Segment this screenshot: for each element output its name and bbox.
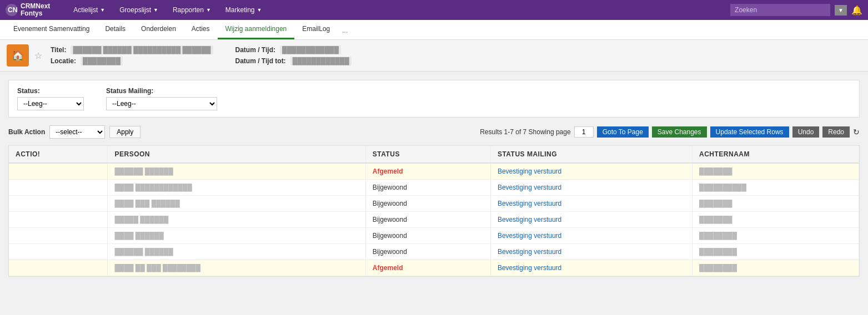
status-filter-select[interactable]: --Leeg-- Afgemeld Bijgewoond Aangemeld: [17, 97, 84, 110]
nav-items: Actielijst ▼ Groepslijst ▼ Rapporten ▼ M…: [67, 2, 730, 18]
td-actio: [9, 196, 108, 212]
results-text: Results 1-7 of 7 Showing page: [480, 128, 570, 136]
td-status: Bijgewoond: [365, 180, 490, 196]
table-body: ██████ ██████ Afgemeld Bevestiging verst…: [9, 163, 859, 276]
event-datum-row: Datum / Tijd: ████████████: [235, 45, 352, 54]
main-content: Status: --Leeg-- Afgemeld Bijgewoond Aan…: [0, 72, 868, 285]
search-dropdown-button[interactable]: ▼: [835, 5, 847, 16]
td-actio: [9, 212, 108, 228]
table-row[interactable]: ████ ██████ Bijgewoond Bevestiging verst…: [9, 228, 859, 244]
td-status: Afgemeld: [365, 163, 490, 180]
event-datum-tot-row: Datum / Tijd tot: ████████████: [235, 57, 352, 65]
td-status-mailing: Bevestiging verstuurd: [490, 196, 692, 212]
event-date-field: Datum / Tijd: ████████████ Datum / Tijd …: [235, 45, 352, 65]
chevron-down-icon: ▼: [257, 7, 262, 13]
chevron-down-icon: ▼: [153, 7, 158, 13]
td-achternaam: ███████: [692, 196, 859, 212]
page-number-input[interactable]: [574, 126, 594, 138]
top-navigation: CN CRMNext Fontys Actielijst ▼ Groepslij…: [0, 0, 868, 20]
bulk-action-select[interactable]: --select-- Delete Update: [49, 125, 105, 139]
event-details: Titel: ██████ ██████ ██████████ ██████ L…: [51, 45, 352, 65]
td-persoon: ████ ██████: [108, 228, 365, 244]
registrations-table: ACTIO! PERSOON STATUS STATUS MAILING ACH…: [9, 146, 859, 276]
td-status: Bijgewoond: [365, 228, 490, 244]
registrations-table-container: ACTIO! PERSOON STATUS STATUS MAILING ACH…: [8, 145, 860, 277]
event-icon: 🏠: [7, 44, 29, 67]
td-persoon: ████ ██ ███ ████████: [108, 260, 365, 276]
td-actio: [9, 260, 108, 276]
logo-icon: CN: [6, 4, 18, 16]
table-row[interactable]: █████ ██████ Bijgewoond Bevestiging vers…: [9, 212, 859, 228]
toolbar-row: Bulk Action --select-- Delete Update App…: [8, 123, 860, 141]
td-status-mailing: Bevestiging verstuurd: [490, 260, 692, 276]
tab-more[interactable]: ...: [338, 23, 352, 37]
event-header: 🏠 ☆ Titel: ██████ ██████ ██████████ ████…: [0, 40, 868, 72]
nav-marketing[interactable]: Marketing ▼: [219, 2, 269, 18]
td-status-mailing: Bevestiging verstuurd: [490, 163, 692, 180]
td-status: Bijgewoond: [365, 212, 490, 228]
table-row[interactable]: ██████ ██████ Bijgewoond Bevestiging ver…: [9, 244, 859, 260]
update-selected-rows-button[interactable]: Update Selected Rows: [710, 126, 789, 138]
col-header-achternaam: ACHTERNAAM: [692, 146, 859, 163]
td-persoon: ██████ ██████: [108, 163, 365, 180]
redo-button[interactable]: Redo: [822, 126, 850, 138]
toolbar-right: Results 1-7 of 7 Showing page Goto To Pa…: [480, 126, 860, 138]
nav-actielijst[interactable]: Actielijst ▼: [67, 2, 112, 18]
status-filter-group: Status: --Leeg-- Afgemeld Bijgewoond Aan…: [17, 87, 84, 110]
tab-acties[interactable]: Acties: [184, 20, 218, 39]
td-status-mailing: Bevestiging verstuurd: [490, 212, 692, 228]
chevron-down-icon: ▼: [100, 7, 105, 13]
search-input[interactable]: [730, 4, 830, 16]
table-row[interactable]: ████ ███ ██████ Bijgewoond Bevestiging v…: [9, 196, 859, 212]
undo-button[interactable]: Undo: [792, 126, 820, 138]
logo-text: CRMNext Fontys: [21, 3, 50, 17]
nav-rapporten[interactable]: Rapporten ▼: [166, 2, 218, 18]
toolbar-left: Bulk Action --select-- Delete Update App…: [8, 125, 141, 139]
td-achternaam: ██████████: [692, 180, 859, 196]
td-status: Bijgewoond: [365, 244, 490, 260]
td-achternaam: ███████: [692, 212, 859, 228]
col-header-status-mailing: STATUS MAILING: [490, 146, 692, 163]
td-achternaam: ████████: [692, 260, 859, 276]
event-locatie-row: Locatie: ████████: [51, 57, 213, 65]
save-changes-button[interactable]: Save Changes: [652, 126, 707, 138]
goto-page-button[interactable]: Goto To Page: [597, 126, 649, 138]
apply-button[interactable]: Apply: [109, 126, 141, 138]
refresh-icon[interactable]: ↻: [853, 128, 860, 136]
logo[interactable]: CN CRMNext Fontys: [6, 3, 50, 17]
td-status-mailing: Bevestiging verstuurd: [490, 228, 692, 244]
filter-row: Status: --Leeg-- Afgemeld Bijgewoond Aan…: [8, 80, 860, 118]
sub-navigation: Evenement Samenvatting Details Onderdele…: [0, 20, 868, 40]
search-area: ▼ 🔔: [730, 4, 862, 16]
bell-icon[interactable]: 🔔: [851, 5, 862, 16]
status-mailing-filter-group: Status Mailing: --Leeg-- Bevestiging ver…: [106, 87, 217, 110]
nav-groepslijst[interactable]: Groepslijst ▼: [113, 2, 165, 18]
table-row[interactable]: ████ ██ ███ ████████ Afgemeld Bevestigin…: [9, 260, 859, 276]
table-row[interactable]: ████ ████████████ Bijgewoond Bevestiging…: [9, 180, 859, 196]
star-icon[interactable]: ☆: [34, 50, 42, 61]
td-actio: [9, 228, 108, 244]
status-mailing-filter-label: Status Mailing:: [106, 87, 217, 95]
tab-onderdelen[interactable]: Onderdelen: [133, 20, 184, 39]
tab-wijzig-aanmeldingen[interactable]: Wijzig aanmeldingen: [218, 20, 295, 39]
event-title-field: Titel: ██████ ██████ ██████████ ██████ L…: [51, 45, 213, 65]
td-actio: [9, 180, 108, 196]
chevron-down-icon: ▼: [206, 7, 211, 13]
event-title-row: Titel: ██████ ██████ ██████████ ██████: [51, 45, 213, 54]
td-status: Bijgewoond: [365, 196, 490, 212]
tab-evenement-samenvatting[interactable]: Evenement Samenvatting: [6, 20, 97, 39]
status-mailing-filter-select[interactable]: --Leeg-- Bevestiging verstuurd Niet vers…: [106, 97, 217, 110]
td-persoon: █████ ██████: [108, 212, 365, 228]
td-achternaam: ████████: [692, 244, 859, 260]
td-achternaam: ███████: [692, 163, 859, 180]
td-actio: [9, 244, 108, 260]
td-persoon: ████ ████████████: [108, 180, 365, 196]
table-row[interactable]: ██████ ██████ Afgemeld Bevestiging verst…: [9, 163, 859, 180]
td-achternaam: ████████: [692, 228, 859, 244]
svg-text:CN: CN: [8, 6, 17, 14]
tab-details[interactable]: Details: [97, 20, 133, 39]
td-actio: [9, 163, 108, 180]
building-icon: 🏠: [12, 49, 24, 62]
tab-emaillog[interactable]: EmailLog: [294, 20, 338, 39]
td-status-mailing: Bevestiging verstuurd: [490, 180, 692, 196]
